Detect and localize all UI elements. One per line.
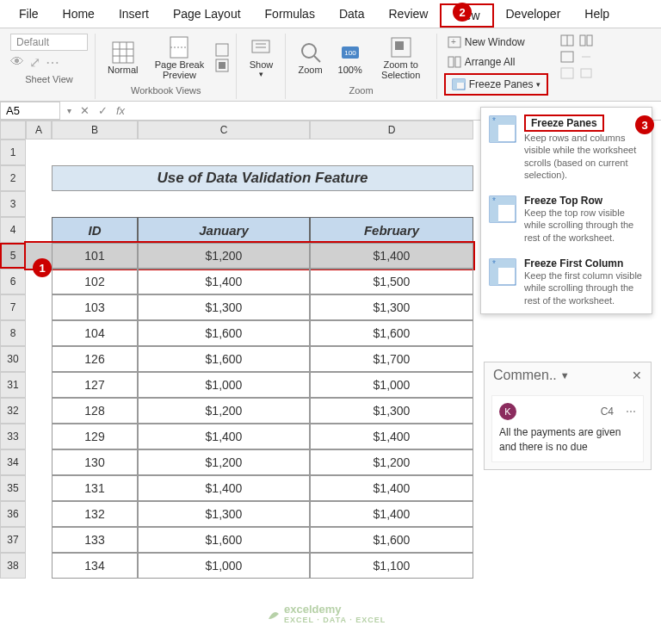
row-header-4[interactable]: 4 [0, 217, 26, 243]
more-icon[interactable]: ⋯ [626, 406, 636, 418]
table-row[interactable]: 102$1,400$1,500 [26, 269, 473, 294]
cell[interactable]: $1,400 [310, 501, 473, 527]
cell[interactable]: 102 [52, 269, 138, 294]
row-header-3[interactable]: 3 [0, 191, 26, 217]
pagebreak-button[interactable]: Page Break Preview [148, 34, 210, 82]
cell[interactable]: $1,400 [138, 424, 310, 449]
row-header-36[interactable]: 36 [0, 501, 26, 527]
cell[interactable]: 126 [52, 346, 138, 372]
cell[interactable]: $1,200 [138, 449, 310, 475]
table-row[interactable]: 129$1,400$1,400 [26, 424, 473, 449]
unhide-icon[interactable] [560, 66, 574, 80]
row-header-33[interactable]: 33 [0, 424, 26, 449]
cell[interactable]: 127 [52, 372, 138, 398]
column-header-D[interactable]: D [310, 121, 473, 139]
cell[interactable]: 134 [52, 553, 138, 579]
cell[interactable]: $1,200 [138, 398, 310, 424]
new-window-button[interactable]: +New Window [444, 34, 549, 51]
cell[interactable]: $1,400 [138, 269, 310, 294]
name-box[interactable] [0, 102, 60, 120]
page-layout-icon[interactable] [215, 43, 229, 57]
cell[interactable]: 103 [52, 294, 138, 320]
sheet-view-selector[interactable]: Default [10, 34, 88, 51]
row-header-8[interactable]: 8 [0, 320, 26, 346]
enter-icon[interactable]: ✓ [98, 104, 108, 117]
table-row[interactable]: 130$1,200$1,200 [26, 449, 473, 475]
row-header-34[interactable]: 34 [0, 449, 26, 475]
cell[interactable]: $1,400 [310, 243, 473, 269]
table-header[interactable]: ID [52, 217, 138, 243]
row-header-1[interactable]: 1 [0, 139, 26, 165]
freeze-panes-button[interactable]: Freeze Panes▾ [448, 76, 545, 93]
table-row[interactable]: 128$1,200$1,300 [26, 398, 473, 424]
table-row[interactable]: 133$1,600$1,600 [26, 527, 473, 553]
cell[interactable]: $1,000 [138, 372, 310, 398]
arrange-all-button[interactable]: Arrange All [444, 53, 549, 71]
cancel-icon[interactable]: ✕ [80, 104, 90, 117]
cell[interactable]: $1,300 [138, 501, 310, 527]
comment-card[interactable]: K C4 ⋯ All the payments are given and th… [491, 395, 644, 462]
cell[interactable]: 132 [52, 501, 138, 527]
zoom-100-button[interactable]: 100 100% [333, 39, 368, 77]
row-header-31[interactable]: 31 [0, 372, 26, 398]
cell[interactable]: $1,400 [138, 475, 310, 501]
cell[interactable]: 130 [52, 449, 138, 475]
freeze-option-freeze-panes[interactable]: *Freeze PanesKeep rows and columns visib… [481, 108, 652, 188]
cell[interactable]: 131 [52, 475, 138, 501]
cell[interactable]: 104 [52, 320, 138, 346]
row-header-6[interactable]: 6 [0, 269, 26, 294]
select-all-corner[interactable] [0, 121, 26, 139]
table-row[interactable]: 126$1,600$1,700 [26, 346, 473, 372]
row-header-35[interactable]: 35 [0, 475, 26, 501]
custom-views-icon[interactable] [215, 59, 229, 72]
dropdown-icon[interactable]: ▾ [67, 106, 71, 115]
table-header[interactable]: January [138, 217, 310, 243]
cell[interactable]: $1,300 [310, 294, 473, 320]
cell[interactable]: 128 [52, 398, 138, 424]
tab-insert[interactable]: Insert [107, 3, 161, 28]
cell[interactable]: $1,000 [138, 553, 310, 579]
cell[interactable]: $1,000 [310, 372, 473, 398]
cell[interactable]: $1,600 [138, 346, 310, 372]
cell[interactable]: 133 [52, 527, 138, 553]
show-button[interactable]: Show ▾ [244, 34, 278, 80]
cell[interactable]: $1,300 [138, 294, 310, 320]
chevron-down-icon[interactable]: ▼ [560, 370, 570, 381]
table-row[interactable]: 104$1,600$1,600 [26, 320, 473, 346]
cell[interactable]: $1,600 [310, 527, 473, 553]
tab-file[interactable]: File [7, 3, 51, 28]
cell[interactable]: $1,400 [310, 424, 473, 449]
table-header[interactable]: February [310, 217, 473, 243]
cell[interactable]: 101 [52, 243, 138, 269]
freeze-option-freeze-top-row[interactable]: *Freeze Top RowKeep the top row visible … [481, 188, 652, 251]
sync-scroll-icon[interactable] [579, 50, 593, 64]
tab-data[interactable]: Data [327, 3, 377, 28]
fx-icon[interactable]: fx [116, 104, 125, 117]
cell[interactable]: $1,600 [310, 320, 473, 346]
tab-review[interactable]: Review [377, 3, 441, 28]
cell[interactable]: 129 [52, 424, 138, 449]
table-row[interactable]: 134$1,000$1,100 [26, 553, 473, 579]
zoom-selection-button[interactable]: Zoom to Selection [373, 34, 429, 82]
zoom-button[interactable]: Zoom [293, 39, 327, 77]
column-header-A[interactable]: A [26, 121, 52, 139]
row-header-2[interactable]: 2 [0, 165, 26, 191]
side-by-side-icon[interactable] [579, 34, 593, 47]
cell[interactable]: $1,300 [310, 398, 473, 424]
normal-view-button[interactable]: Normal [102, 39, 143, 77]
row-header-32[interactable]: 32 [0, 398, 26, 424]
row-header-5[interactable]: 5 [0, 243, 26, 269]
cell[interactable]: $1,600 [138, 527, 310, 553]
column-header-B[interactable]: B [52, 121, 138, 139]
table-row[interactable]: 131$1,400$1,400 [26, 475, 473, 501]
cell[interactable]: $1,100 [310, 553, 473, 579]
row-header-30[interactable]: 30 [0, 346, 26, 372]
tab-page-layout[interactable]: Page Layout [161, 3, 253, 28]
reset-pos-icon[interactable] [579, 66, 593, 80]
freeze-option-freeze-first-column[interactable]: *Freeze First ColumnKeep the first colum… [481, 251, 652, 313]
tab-developer[interactable]: Developer [494, 3, 573, 28]
cell[interactable]: $1,200 [310, 449, 473, 475]
tab-help[interactable]: Help [572, 3, 621, 28]
table-row[interactable]: 127$1,000$1,000 [26, 372, 473, 398]
cell[interactable]: $1,500 [310, 269, 473, 294]
